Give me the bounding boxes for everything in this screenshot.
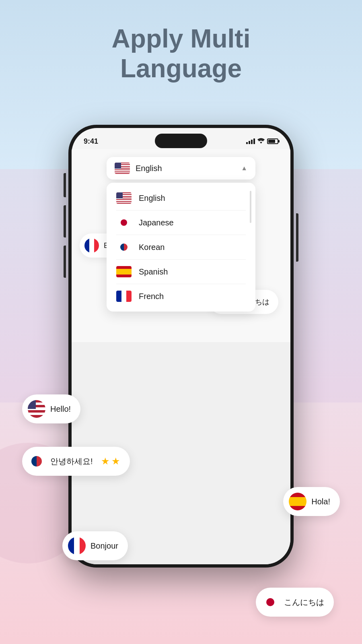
language-french: French <box>139 292 164 301</box>
rating-stars: ★ ★ <box>101 456 120 467</box>
dropdown-item-spanish[interactable]: Spanish <box>107 260 255 284</box>
signal-icon <box>246 138 255 144</box>
language-japanese: Japanese <box>139 218 174 227</box>
status-icons <box>246 138 278 145</box>
selected-language-name: English <box>136 164 162 173</box>
flag-en <box>116 192 132 204</box>
chat-area: Bonjour こんにちは <box>72 338 290 354</box>
bubble-text-annyeong: 안녕하세요! <box>50 456 93 467</box>
flag-circle-us-hello <box>28 400 45 418</box>
flag-circle-fr-bonjour <box>68 537 86 555</box>
bubble-text-hello: Hello! <box>50 405 71 414</box>
phone-side-button-vol-down <box>64 246 66 278</box>
language-selector-header[interactable]: English ▲ <box>107 157 255 180</box>
flag-es <box>116 266 132 277</box>
language-spanish: Spanish <box>139 267 168 277</box>
bubble-text-bonjour: Bonjour <box>90 541 118 551</box>
language-english: English <box>139 194 165 203</box>
selected-flag-us <box>115 163 130 174</box>
chevron-up-icon: ▲ <box>241 165 247 172</box>
dynamic-island <box>155 134 207 148</box>
page-title: Apply Multi Language <box>0 24 362 83</box>
phone-side-button-vol-up <box>64 205 66 237</box>
status-time: 9:41 <box>84 137 98 146</box>
bubble-hola: Hola! <box>283 487 340 516</box>
bubble-bonjour: Bonjour <box>62 531 128 560</box>
bubble-hello: Hello! <box>22 394 80 423</box>
language-korean: Korean <box>139 243 165 252</box>
dropdown-item-japanese[interactable]: Japanese <box>107 211 255 235</box>
dropdown-item-english[interactable]: English <box>107 186 255 210</box>
star-2: ★ <box>111 456 120 467</box>
wifi-icon <box>257 138 265 145</box>
flag-circle-jp-konnichiwa <box>261 593 279 611</box>
language-selector[interactable]: English ▲ English <box>107 157 255 312</box>
bubble-konnichiwa: こんにちは <box>256 588 334 617</box>
phone-mockup: 9:41 <box>68 125 294 568</box>
battery-icon <box>267 138 278 144</box>
flag-kr <box>116 242 132 253</box>
dropdown-item-french[interactable]: French <box>107 284 255 308</box>
bubble-annyeong: 안녕하세요! ★ ★ <box>22 447 130 476</box>
dropdown-item-korean[interactable]: Korean <box>107 235 255 259</box>
language-dropdown-list: English Japanese <box>107 183 255 312</box>
flag-jp <box>116 217 132 228</box>
bubble-text-hola: Hola! <box>311 497 330 506</box>
flag-fr <box>116 291 132 302</box>
app-content: English ▲ English <box>72 149 290 564</box>
selector-left: English <box>115 163 162 174</box>
flag-circle-es-hola <box>289 493 306 510</box>
star-1: ★ <box>101 456 110 467</box>
phone-side-button-mute <box>64 173 66 197</box>
bubble-text-konnichiwa: こんにちは <box>284 597 324 608</box>
phone-screen: 9:41 <box>72 128 290 564</box>
flag-circle-fr <box>84 238 99 253</box>
phone-side-button-power <box>296 213 298 262</box>
flag-circle-kr-annyeong <box>28 452 45 470</box>
